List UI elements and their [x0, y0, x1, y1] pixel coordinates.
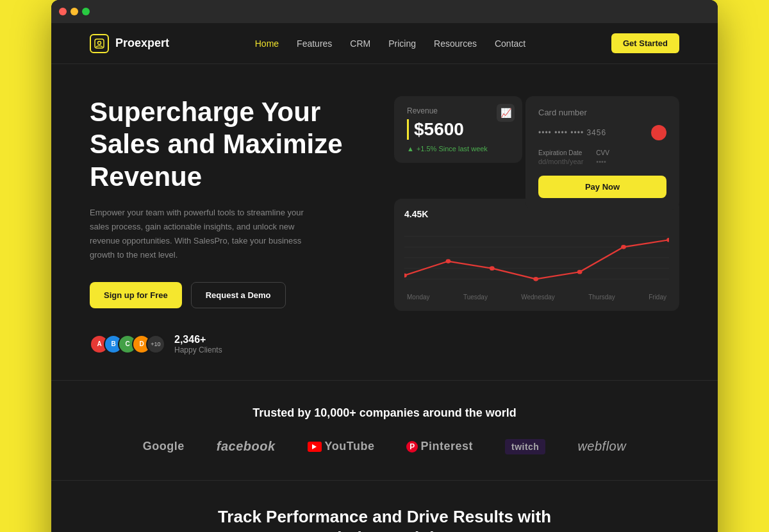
svg-point-7: [404, 273, 407, 278]
maximize-button[interactable]: [82, 8, 90, 15]
svg-point-13: [666, 238, 669, 242]
browser-window: Proexpert Home Features CRM Pricing Reso…: [51, 0, 718, 532]
expiry-cvv-row: Expiration Date dd/month/year CVV ••••: [538, 149, 666, 165]
avatar-count: +10: [146, 335, 165, 354]
hero-title: Supercharge Your Sales and Maximize Reve…: [90, 96, 375, 193]
logo-icon: [90, 34, 109, 53]
nav-links: Home Features CRM Pricing Resources Cont…: [255, 38, 525, 49]
brand-facebook: facebook: [217, 439, 276, 454]
hero-section: Supercharge Your Sales and Maximize Reve…: [51, 64, 718, 380]
chart-area: [404, 226, 669, 290]
nav-home[interactable]: Home: [255, 38, 279, 49]
youtube-icon: [308, 442, 322, 452]
nav-pricing[interactable]: Pricing: [388, 38, 416, 49]
brand-webflow: webflow: [577, 439, 626, 454]
cvv-field: CVV ••••: [596, 149, 609, 165]
chart-label-tuesday: Tuesday: [463, 294, 488, 301]
nav-contact[interactable]: Contact: [495, 38, 525, 49]
hero-description: Empower your team with powerful tools to…: [90, 206, 320, 262]
nav-resources[interactable]: Resources: [434, 38, 477, 49]
close-button[interactable]: [59, 8, 67, 15]
demo-button[interactable]: Request a Demo: [191, 282, 286, 308]
card-number: •••• •••• •••• 3456: [538, 128, 606, 137]
revenue-change: ▲ +1.5% Since last week: [407, 145, 509, 153]
bottom-section: Track Performance and Drive Results with…: [51, 480, 718, 532]
clients-info: 2,346+ Happy Clients: [174, 334, 222, 354]
trusted-section: Trusted by 10,000+ companies around the …: [51, 380, 718, 480]
brand-twitch: twitch: [505, 439, 545, 454]
revenue-card: Revenue $5600 ▲ +1.5% Since last week 📈: [394, 96, 522, 163]
chart-label-wednesday: Wednesday: [521, 294, 555, 301]
pay-now-button[interactable]: Pay Now: [538, 176, 666, 198]
signup-button[interactable]: Sign up for Free: [90, 282, 182, 308]
revenue-label: Revenue: [407, 106, 509, 115]
revenue-value: $5600: [407, 119, 509, 140]
chart-value: 4.45K: [404, 209, 669, 219]
nav-crm[interactable]: CRM: [350, 38, 370, 49]
chart-x-labels: Monday Tuesday Wednesday Thursday Friday: [404, 294, 669, 301]
chart-card: 4.45K: [394, 199, 679, 311]
navbar: Proexpert Home Features CRM Pricing Reso…: [51, 23, 718, 64]
card-number-row: •••• •••• •••• 3456: [538, 125, 666, 140]
card-brand-icon: [651, 125, 666, 140]
minimize-button[interactable]: [70, 8, 78, 15]
chart-label-thursday: Thursday: [588, 294, 615, 301]
logo-text: Proexpert: [115, 37, 169, 50]
browser-titlebar: [51, 0, 718, 23]
avatars: A B C D +10: [90, 335, 165, 354]
payment-card: Card number •••• •••• •••• 3456 Expirati…: [525, 96, 679, 210]
hero-right: Revenue $5600 ▲ +1.5% Since last week 📈 …: [394, 96, 679, 354]
svg-point-10: [533, 277, 538, 281]
bottom-title: Track Performance and Drive Results with…: [90, 506, 679, 532]
clients-row: A B C D +10 2,346+ Happy Clients: [90, 334, 375, 354]
hero-left: Supercharge Your Sales and Maximize Reve…: [90, 96, 375, 354]
brand-google: Google: [143, 440, 185, 453]
nav-features[interactable]: Features: [297, 38, 332, 49]
svg-point-11: [577, 270, 583, 274]
brand-youtube: YouTube: [308, 440, 375, 453]
svg-point-8: [446, 259, 451, 263]
brand-pinterest: P Pinterest: [406, 440, 473, 453]
chart-label-friday: Friday: [649, 294, 666, 301]
card-title: Card number: [538, 108, 666, 117]
hero-buttons: Sign up for Free Request a Demo: [90, 282, 375, 308]
logo[interactable]: Proexpert: [90, 34, 169, 53]
svg-point-9: [490, 266, 495, 270]
brands-row: Google facebook YouTube P Pinterest twit…: [90, 439, 679, 454]
expiry-field: Expiration Date dd/month/year: [538, 149, 583, 165]
svg-point-1: [98, 41, 101, 44]
revenue-icon: 📈: [497, 104, 515, 122]
trusted-title: Trusted by 10,000+ companies around the …: [90, 406, 679, 420]
clients-count: 2,346+: [174, 334, 222, 345]
svg-point-12: [621, 245, 626, 249]
clients-label: Happy Clients: [174, 345, 222, 354]
get-started-button[interactable]: Get Started: [611, 33, 679, 53]
pinterest-icon: P: [406, 441, 418, 453]
chart-label-monday: Monday: [407, 294, 430, 301]
arrow-up-icon: ▲: [407, 145, 414, 153]
